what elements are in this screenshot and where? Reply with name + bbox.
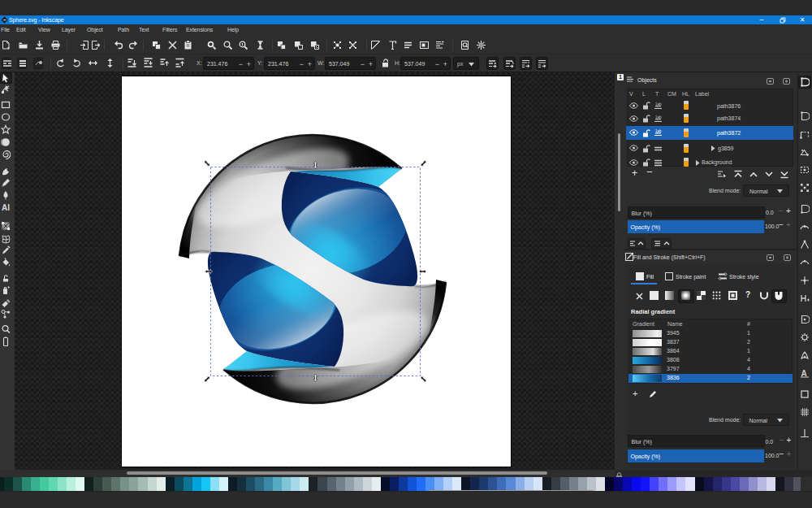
svg-text:A: A xyxy=(801,369,807,378)
svg-text:Al: Al xyxy=(2,203,10,212)
svg-text:1ab: 1ab xyxy=(655,129,662,133)
svg-text:1ab: 1ab xyxy=(655,102,662,106)
svg-text:1ab: 1ab xyxy=(655,115,662,119)
